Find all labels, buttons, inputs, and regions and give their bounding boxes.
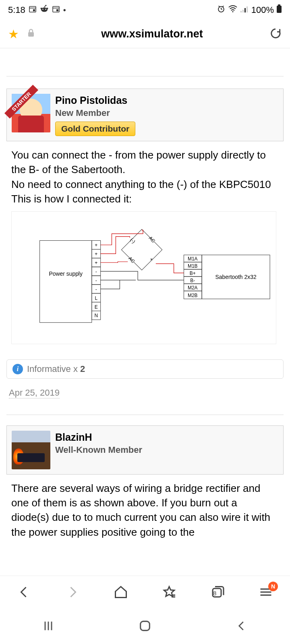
home-button[interactable] bbox=[111, 582, 130, 602]
status-time: 5:18 bbox=[8, 5, 25, 15]
menu-button[interactable]: N bbox=[256, 582, 276, 602]
svg-rect-2 bbox=[33, 9, 35, 11]
status-left: 5:18 • bbox=[8, 4, 66, 16]
post-header: STARTER Pino Pistolidas New Member Gold … bbox=[7, 89, 283, 141]
ps-terminals: + + + - - - L E N bbox=[92, 240, 101, 320]
post-text: No need to connect anything to the (-) o… bbox=[11, 178, 271, 190]
reaction-label: Informative x bbox=[27, 364, 78, 374]
svg-rect-72 bbox=[141, 621, 150, 631]
recents-button[interactable] bbox=[24, 616, 72, 636]
battery-label: 100% bbox=[251, 5, 274, 15]
tabs-button[interactable]: 8 bbox=[208, 582, 227, 602]
forum-post: STARTER Pino Pistolidas New Member Gold … bbox=[6, 89, 284, 141]
post-body: You can connect the - from the power sup… bbox=[6, 144, 284, 351]
svg-rect-18 bbox=[240, 11, 242, 12]
home-button-system[interactable] bbox=[121, 616, 169, 636]
svg-text:+: + bbox=[95, 251, 97, 257]
more-icon: • bbox=[63, 6, 66, 15]
svg-rect-23 bbox=[278, 4, 280, 6]
reaction-count: 2 bbox=[80, 364, 85, 374]
reload-icon[interactable] bbox=[269, 27, 282, 41]
alarm-icon bbox=[217, 4, 226, 16]
status-bar: 5:18 • 100% bbox=[0, 0, 290, 20]
svg-rect-22 bbox=[277, 6, 282, 13]
svg-text:-: - bbox=[95, 269, 97, 275]
post-text: You can connect the - from the power sup… bbox=[11, 149, 266, 175]
svg-rect-20 bbox=[244, 8, 246, 12]
svg-text:-: - bbox=[95, 277, 97, 283]
username-link[interactable]: BlazinH bbox=[55, 431, 142, 443]
reddit-icon bbox=[40, 4, 49, 16]
reaction-bar[interactable]: i Informative x 2 bbox=[6, 359, 284, 379]
system-nav-bar bbox=[0, 608, 290, 644]
tab-count: 8 bbox=[213, 590, 216, 597]
notification-badge: N bbox=[268, 582, 278, 591]
post-header: BlazinH Well-Known Member bbox=[7, 426, 283, 474]
status-right: 100% bbox=[217, 4, 282, 16]
wiring-diagram-image[interactable]: Power supply + + + - - - L E N AC bbox=[11, 211, 276, 344]
signal-icon bbox=[240, 5, 249, 15]
battery-icon bbox=[276, 4, 282, 16]
diagram-label: Power supply bbox=[49, 270, 83, 277]
user-avatar[interactable]: STARTER bbox=[12, 94, 50, 132]
informative-icon: i bbox=[12, 364, 23, 374]
bookmarks-button[interactable] bbox=[160, 582, 179, 602]
bookmark-star-icon[interactable]: ★ bbox=[8, 27, 19, 41]
svg-rect-44 bbox=[121, 229, 162, 270]
post-text: There are several ways of wiring a bridg… bbox=[11, 482, 270, 538]
svg-point-3 bbox=[41, 8, 48, 12]
svg-text:+: + bbox=[95, 260, 97, 266]
svg-rect-25 bbox=[40, 240, 92, 322]
svg-point-4 bbox=[42, 9, 44, 10]
st-terminals: M1A M1B B+ B- M2A M2B bbox=[184, 255, 202, 299]
post-date-link[interactable]: Apr 25, 2019 bbox=[9, 388, 60, 398]
svg-point-17 bbox=[232, 11, 233, 12]
user-title: New Member bbox=[55, 108, 135, 118]
username-link[interactable]: Pino Pistolidas bbox=[55, 95, 135, 106]
svg-text:B+: B+ bbox=[190, 270, 196, 276]
svg-line-16 bbox=[222, 6, 224, 7]
svg-text:(-): (-) bbox=[129, 237, 136, 244]
svg-text:+: + bbox=[149, 256, 155, 262]
svg-text:Sabertooth 2x32: Sabertooth 2x32 bbox=[215, 274, 257, 280]
forward-button[interactable] bbox=[63, 582, 82, 602]
svg-point-8 bbox=[45, 5, 46, 6]
url-bar: ★ www.xsimulator.net bbox=[0, 20, 290, 48]
forum-post: BlazinH Well-Known Member bbox=[6, 425, 284, 475]
svg-rect-11 bbox=[56, 9, 58, 11]
back-button-system[interactable] bbox=[218, 616, 266, 636]
post-text: This is how I connected it: bbox=[11, 193, 132, 205]
svg-point-5 bbox=[45, 9, 46, 10]
calendar-icon-2 bbox=[52, 5, 60, 15]
svg-text:M1A: M1A bbox=[188, 256, 198, 262]
rectifier: AC AC (-) + bbox=[121, 229, 162, 270]
svg-text:+: + bbox=[95, 242, 97, 248]
wifi-icon bbox=[228, 5, 238, 15]
page-content: STARTER Pino Pistolidas New Member Gold … bbox=[0, 48, 290, 547]
svg-point-6 bbox=[40, 8, 42, 9]
svg-rect-24 bbox=[28, 32, 34, 37]
svg-point-7 bbox=[46, 8, 48, 9]
svg-text:E: E bbox=[95, 304, 98, 310]
url-text[interactable]: www.xsimulator.net bbox=[43, 28, 261, 40]
lock-icon bbox=[27, 29, 35, 40]
svg-rect-21 bbox=[246, 6, 248, 12]
svg-text:N: N bbox=[94, 313, 98, 318]
svg-text:M2B: M2B bbox=[188, 292, 198, 298]
back-button[interactable] bbox=[14, 582, 34, 602]
svg-line-15 bbox=[218, 6, 220, 7]
svg-text:B-: B- bbox=[190, 277, 195, 283]
contributor-badge: Gold Contributor bbox=[55, 122, 135, 136]
svg-text:M1B: M1B bbox=[188, 263, 198, 269]
post-body: There are several ways of wiring a bridg… bbox=[6, 477, 284, 547]
svg-rect-19 bbox=[242, 10, 244, 12]
svg-text:L: L bbox=[95, 295, 97, 301]
svg-text:M2A: M2A bbox=[188, 285, 198, 290]
calendar-icon bbox=[29, 5, 37, 15]
prev-post-edge bbox=[6, 48, 284, 76]
user-title: Well-Known Member bbox=[55, 445, 142, 455]
svg-text:-: - bbox=[95, 286, 97, 292]
browser-toolbar: 8 N bbox=[0, 576, 290, 608]
user-avatar[interactable] bbox=[12, 431, 50, 469]
